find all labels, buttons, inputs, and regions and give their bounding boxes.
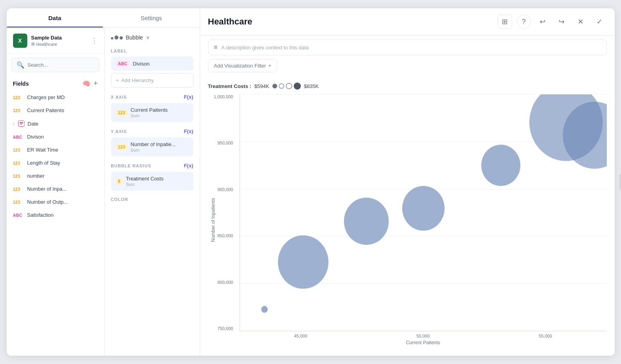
field-type-num: 123 [13, 161, 24, 165]
fields-actions: 🧠 + [83, 79, 98, 88]
yaxis-field-pill[interactable]: 123 Number of Inpatie... Sum [111, 137, 193, 156]
field-item-charges-per-md[interactable]: 123 Charges per MD [8, 91, 103, 104]
field-item-date[interactable]: › 📅 Date [8, 117, 103, 130]
add-hierarchy-button[interactable]: + Divison Add Hierarchy [111, 73, 193, 88]
field-item-er-wait-time[interactable]: 123 ER Wait Time [8, 143, 103, 156]
add-filter-button[interactable]: Add Visualization Filter + [208, 59, 278, 72]
help-button[interactable]: ? [517, 15, 531, 29]
y-tick-6: 750,000 [218, 326, 233, 331]
pill-info: Treatment Costs Sum [126, 176, 164, 187]
yaxis-field-name: Number of Inpatie... [131, 141, 176, 147]
field-item-length-of-stay[interactable]: 123 Length of Stay [8, 156, 103, 169]
fields-header: Fields 🧠 + [7, 76, 104, 91]
description-bar[interactable]: ≡ A description gives context to this da… [208, 39, 607, 55]
yaxis-fx-button[interactable]: F(x) [184, 128, 193, 134]
fields-list: 123 Charges per MD 123 Current Paitents … [7, 91, 104, 356]
field-name: Length of Stay [27, 160, 60, 166]
undo-button[interactable]: ↩ [536, 15, 550, 29]
search-input[interactable] [28, 62, 94, 68]
y-axis-labels: 1,000,000 950,000 900,000 850,000 800,00… [212, 94, 236, 331]
bubble-4 [402, 186, 444, 231]
tabs-bar: Data Settings [7, 8, 200, 28]
legend-row: Treatment Costs : $594K $835K [208, 83, 607, 90]
chart-area: Treatment Costs : $594K $835K Number of … [200, 76, 615, 356]
date-icon: 📅 [18, 120, 24, 127]
chart-wrapper: Number of Inpatients 1,000,000 950,000 9… [208, 94, 607, 345]
add-field-button[interactable]: + [94, 79, 98, 88]
y-tick-1: 1,000,000 [214, 94, 233, 99]
brain-icon[interactable]: 🧠 [83, 80, 90, 87]
description-placeholder: A description gives context to this data [221, 45, 309, 51]
chevron-down-icon: ∨ [146, 35, 150, 40]
field-type-abc: ABC [13, 135, 24, 139]
search-icon: 🔍 [17, 61, 24, 69]
right-panel: ⊞ ? ↩ ↪ ✕ ✓ ≡ A description gives contex… [200, 8, 615, 356]
source-menu-button[interactable]: ⋮ [91, 36, 98, 45]
xaxis-fx-button[interactable]: F(x) [184, 94, 193, 100]
yaxis-section: Y AXIS F(x) 123 Number of Inpatie... Sum [111, 128, 193, 156]
field-item-number-inpa[interactable]: 123 Number of Inpa... [8, 182, 103, 195]
yaxis-agg: Sum [131, 148, 176, 152]
viz-type-selector[interactable]: Bubble ∨ [111, 34, 193, 41]
close-button[interactable]: ✕ [574, 15, 588, 29]
legend-bubble-filled [272, 84, 277, 88]
legend-bubbles [272, 83, 301, 90]
fields-label: Fields [13, 81, 29, 87]
field-item-number[interactable]: 123 number [8, 169, 103, 182]
field-type-num: 123 [13, 148, 24, 152]
bubble-radius-header: BUBBLE RADIUS F(x) [111, 163, 193, 169]
x-axis-title: Current Paitents [240, 338, 607, 345]
legend-label: Treatment Costs : [208, 83, 251, 89]
field-name: Number of Outp... [27, 199, 68, 205]
y-tick-3: 900,000 [218, 187, 233, 192]
xaxis-section: X AXIS F(x) 123 Current Paitents Sum [111, 94, 193, 122]
chart-header: ⊞ ? ↩ ↪ ✕ ✓ [200, 8, 615, 36]
section-label-yaxis: Y AXIS [111, 129, 127, 134]
bubble-radius-field-name: Treatment Costs [126, 176, 164, 182]
field-item-current-paitents[interactable]: 123 Current Paitents [8, 104, 103, 117]
y-tick-4: 850,000 [218, 233, 233, 238]
section-label-xaxis: X AXIS [111, 95, 127, 99]
excel-icon: X [13, 34, 27, 48]
plus-icon: + [116, 77, 119, 83]
field-type-num: 123 [13, 200, 24, 205]
filter-bar: Add Visualization Filter + [208, 59, 607, 72]
filter-label: Add Visualization Filter [214, 63, 266, 69]
search-box[interactable]: 🔍 [11, 58, 99, 72]
x-tick-3: 55,000 [539, 334, 552, 338]
field-item-satisfaction[interactable]: ABC Satisfaction [8, 208, 103, 221]
section-label-color: COLOR [111, 197, 193, 202]
xaxis-header: X AXIS F(x) [111, 94, 193, 100]
grid-view-button[interactable]: ⊞ [498, 15, 512, 29]
field-name: Charges per MD [27, 94, 65, 100]
bubble-radius-agg: Sum [126, 182, 164, 187]
chart-title-input[interactable] [208, 17, 498, 27]
settings-column: Bubble ∨ LABEL ABC Divison + Divison Add… [105, 28, 200, 356]
field-item-number-outp[interactable]: 123 Number of Outp... [8, 195, 103, 208]
pill-info: Current Paitents Sum [131, 107, 168, 118]
source-name: Sample Data [31, 35, 87, 41]
confirm-button[interactable]: ✓ [593, 15, 607, 29]
bubble-5 [481, 144, 520, 186]
xaxis-field-pill[interactable]: 123 Current Paitents Sum [111, 103, 193, 122]
field-type-num: 123 [13, 174, 24, 178]
left-panel: Data Settings X Sample Data ⊞ Healthcare… [7, 8, 200, 356]
y-tick-2: 950,000 [218, 141, 233, 145]
tab-data[interactable]: Data [7, 8, 103, 28]
color-section: COLOR [111, 197, 193, 202]
legend-min: $594K [254, 83, 269, 89]
bubble-radius-fx-button[interactable]: F(x) [184, 163, 193, 169]
menu-icon: ≡ [214, 44, 218, 51]
section-label-label: LABEL [111, 49, 193, 53]
yaxis-header: Y AXIS F(x) [111, 128, 193, 134]
bubble-radius-section: BUBBLE RADIUS F(x) $ Treatment Costs Sum [111, 163, 193, 191]
bubble-chart-svg [240, 94, 607, 331]
field-name: ER Wait Time [27, 147, 58, 153]
redo-button[interactable]: ↪ [555, 15, 569, 29]
label-field-pill[interactable]: ABC Divison [111, 56, 193, 71]
field-name: Number of Inpa... [27, 186, 67, 192]
bubble-radius-field-pill[interactable]: $ Treatment Costs Sum [111, 172, 193, 191]
bubble-3 [344, 197, 389, 245]
field-item-divison[interactable]: ABC Divison [8, 130, 103, 143]
tab-settings[interactable]: Settings [103, 8, 200, 28]
